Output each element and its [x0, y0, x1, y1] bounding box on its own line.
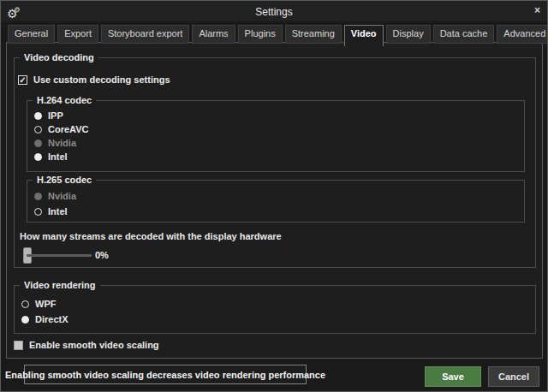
titlebar: ⚙⚙ Settings ×	[1, 1, 547, 21]
tab-data-cache[interactable]: Data cache	[433, 25, 495, 44]
radio-label: DirectX	[35, 314, 68, 325]
radio-h264-nvidia: Nvidia	[34, 138, 76, 149]
radio-label: Intel	[48, 206, 68, 217]
checkbox-filled-icon	[14, 341, 23, 350]
radio-label: IPP	[48, 110, 63, 122]
radio-disabled-icon	[34, 193, 42, 200]
settings-window: ⚙⚙ Settings × General Export Storyboard …	[0, 0, 548, 392]
close-icon[interactable]: ×	[534, 4, 540, 16]
tab-display[interactable]: Display	[386, 25, 431, 44]
smooth-scaling-note: Enabling smooth video scaling decreases …	[24, 365, 307, 384]
radio-h264-intel[interactable]: Intel	[34, 151, 68, 163]
radio-outline-icon	[34, 126, 42, 134]
checkbox-label: Enable smooth video scaling	[29, 340, 159, 351]
checkbox-checked-icon: ✓	[18, 75, 27, 85]
radio-outline-icon	[34, 208, 42, 216]
checkbox-use-custom-decoding[interactable]: ✓ Use custom decoding settings	[18, 74, 170, 86]
checkbox-smooth-video-scaling[interactable]: Enable smooth video scaling	[14, 340, 159, 351]
tab-export[interactable]: Export	[57, 25, 98, 44]
streams-slider-track[interactable]	[27, 254, 92, 257]
radio-h265-nvidia: Nvidia	[34, 191, 76, 202]
radio-outline-icon	[21, 300, 29, 308]
group-h265-codec: H.265 codec Nvidia Intel	[27, 180, 525, 223]
streams-slider-label: How many streams are decoded with the di…	[20, 231, 282, 241]
radio-label: Nvidia	[48, 191, 76, 202]
radio-rendering-wpf[interactable]: WPF	[21, 299, 56, 310]
radio-filled-icon	[21, 316, 29, 324]
window-title: Settings	[1, 6, 547, 18]
tab-advanced[interactable]: Advanced	[497, 25, 548, 44]
tab-bar: General Export Storyboard export Alarms …	[8, 23, 544, 44]
radio-disabled-icon	[34, 140, 42, 147]
radio-filled-icon	[34, 153, 42, 161]
save-button[interactable]: Save	[425, 366, 481, 387]
cancel-button[interactable]: Cancel	[488, 366, 539, 387]
group-video-decoding: Video decoding ✓ Use custom decoding set…	[14, 57, 536, 268]
radio-label: Intel	[48, 151, 68, 163]
radio-label: WPF	[35, 299, 56, 310]
group-title-video-decoding: Video decoding	[20, 52, 98, 63]
radio-label: CoreAVC	[48, 124, 88, 135]
tab-storyboard-export[interactable]: Storyboard export	[101, 25, 189, 44]
radio-filled-icon	[34, 112, 42, 120]
tab-plugins[interactable]: Plugins	[238, 25, 283, 44]
group-h264-codec: H.264 codec IPP CoreAVC Nvidia Intel	[27, 100, 525, 172]
tab-alarms[interactable]: Alarms	[192, 25, 235, 44]
checkbox-label: Use custom decoding settings	[33, 74, 170, 86]
radio-label: Nvidia	[48, 138, 76, 149]
radio-h264-ipp[interactable]: IPP	[34, 110, 63, 122]
radio-h264-coreavc[interactable]: CoreAVC	[34, 124, 88, 135]
tab-streaming[interactable]: Streaming	[285, 25, 342, 44]
content-panel: Video decoding ✓ Use custom decoding set…	[6, 42, 543, 359]
radio-rendering-directx[interactable]: DirectX	[21, 314, 68, 325]
radio-h265-intel[interactable]: Intel	[34, 206, 68, 217]
group-title-video-rendering: Video rendering	[20, 280, 100, 291]
group-video-rendering: Video rendering WPF DirectX	[14, 285, 536, 334]
group-title-h264: H.264 codec	[33, 95, 96, 106]
streams-slider-value: 0%	[95, 250, 109, 260]
group-title-h265: H.265 codec	[33, 175, 96, 186]
tab-general[interactable]: General	[8, 25, 55, 44]
tab-video[interactable]: Video	[344, 25, 384, 46]
